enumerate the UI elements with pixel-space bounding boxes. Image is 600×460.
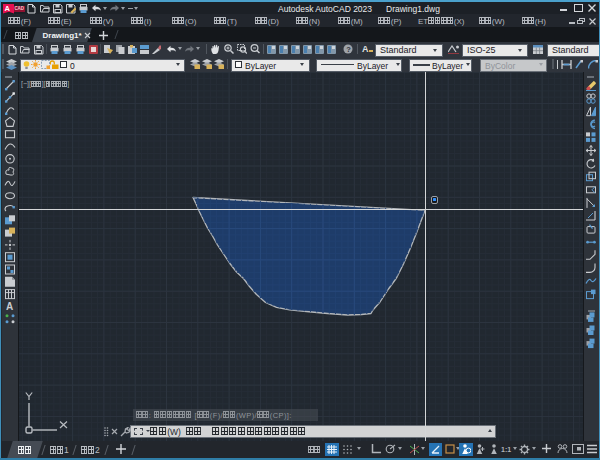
svg-text:A: A bbox=[6, 301, 13, 312]
svg-text:?: ? bbox=[346, 45, 351, 54]
